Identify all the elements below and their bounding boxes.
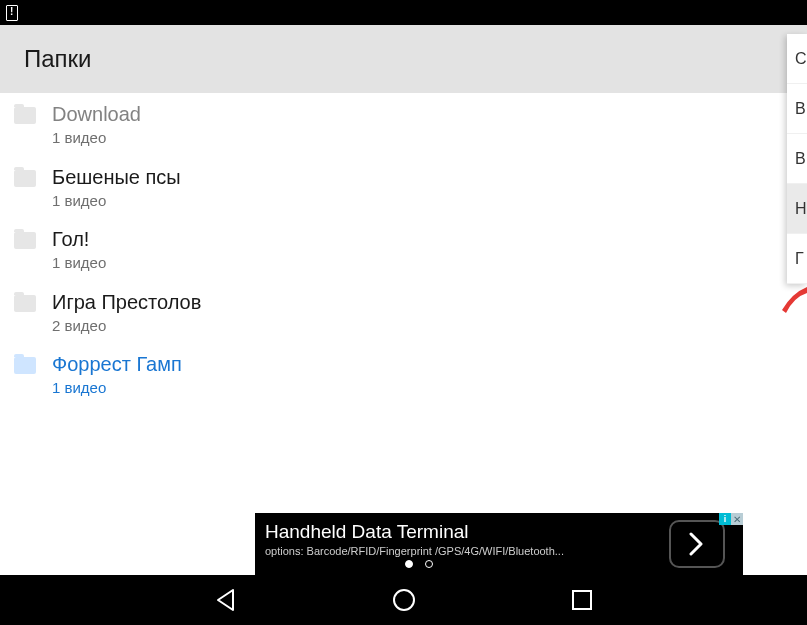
ad-info-icon[interactable]: i <box>719 513 731 525</box>
folder-icon <box>14 295 36 312</box>
ad-next-button[interactable] <box>669 520 725 568</box>
side-menu-item[interactable]: Н <box>787 184 807 234</box>
svg-point-0 <box>394 590 414 610</box>
folder-icon <box>14 107 36 124</box>
folder-subtitle: 1 видео <box>52 128 141 148</box>
ad-pagination-dots <box>405 560 659 568</box>
header-bar: Папки <box>0 25 807 93</box>
folder-item[interactable]: Игра Престолов2 видео <box>0 281 807 344</box>
ad-content: Handheld Data Terminal options: Barcode/… <box>265 521 659 568</box>
ad-options: options: Barcode/RFID/Fingerprint /GPS/4… <box>265 545 659 557</box>
folder-subtitle: 1 видео <box>52 378 182 398</box>
folder-icon <box>14 232 36 249</box>
side-menu-item[interactable]: С <box>787 34 807 84</box>
nav-recent-button[interactable] <box>568 586 596 614</box>
folder-name: Игра Престолов <box>52 289 201 315</box>
download-status-icon <box>6 5 18 21</box>
ad-dot-active <box>405 560 413 568</box>
folder-content: Гол!1 видео <box>52 226 106 273</box>
folder-name: Форрест Гамп <box>52 351 182 377</box>
folder-subtitle: 1 видео <box>52 253 106 273</box>
side-menu-item[interactable]: Г <box>787 234 807 284</box>
folder-name: Бешеные псы <box>52 164 181 190</box>
side-context-menu[interactable]: СВВНГ <box>787 34 807 284</box>
folder-content: Игра Престолов2 видео <box>52 289 201 336</box>
square-recent-icon <box>569 587 595 613</box>
nav-home-button[interactable] <box>390 586 418 614</box>
side-menu-item[interactable]: В <box>787 134 807 184</box>
folder-name: Download <box>52 101 141 127</box>
chevron-right-icon <box>689 532 705 556</box>
triangle-back-icon <box>213 587 239 613</box>
svg-rect-1 <box>573 591 591 609</box>
ad-badge[interactable]: i ✕ <box>719 513 743 525</box>
folder-subtitle: 1 видео <box>52 191 181 211</box>
folder-icon <box>14 170 36 187</box>
ad-close-icon[interactable]: ✕ <box>731 513 743 525</box>
side-menu-item[interactable]: В <box>787 84 807 134</box>
circle-home-icon <box>391 587 417 613</box>
folder-name: Гол! <box>52 226 106 252</box>
ad-dot-inactive <box>425 560 433 568</box>
status-bar <box>0 0 807 25</box>
folder-content: Форрест Гамп1 видео <box>52 351 182 398</box>
navigation-bar <box>0 575 807 625</box>
nav-back-button[interactable] <box>212 586 240 614</box>
red-accent-decoration <box>782 285 807 315</box>
folder-icon <box>14 357 36 374</box>
ad-title: Handheld Data Terminal <box>265 521 659 543</box>
folder-list: Download1 видеоБешеные псы1 видеоГол!1 в… <box>0 93 807 406</box>
folder-subtitle: 2 видео <box>52 316 201 336</box>
folder-item[interactable]: Download1 видео <box>0 93 807 156</box>
ad-banner[interactable]: Handheld Data Terminal options: Barcode/… <box>255 513 743 575</box>
folder-content: Download1 видео <box>52 101 141 148</box>
page-title: Папки <box>24 45 92 73</box>
folder-item[interactable]: Бешеные псы1 видео <box>0 156 807 219</box>
folder-content: Бешеные псы1 видео <box>52 164 181 211</box>
folder-item[interactable]: Форрест Гамп1 видео <box>0 343 807 406</box>
folder-item[interactable]: Гол!1 видео <box>0 218 807 281</box>
